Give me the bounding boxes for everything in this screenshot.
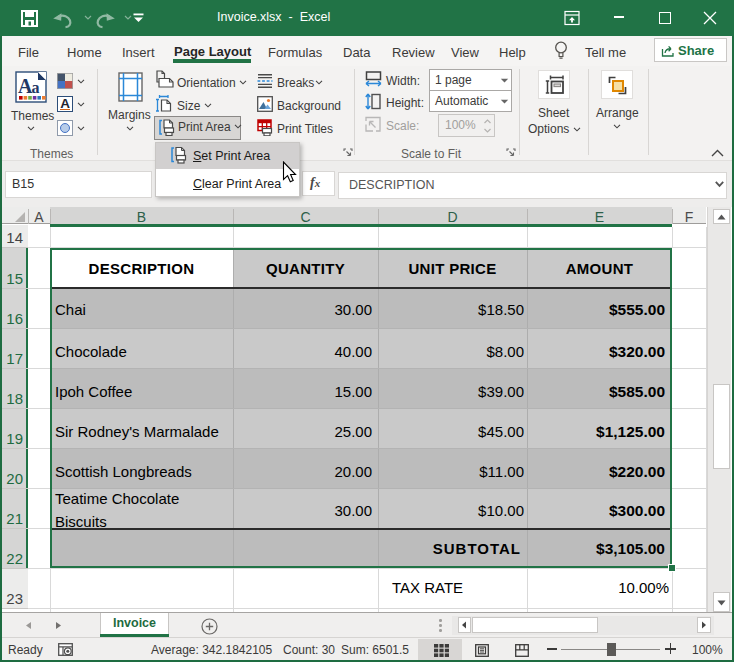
- svg-text:a: a: [32, 79, 40, 96]
